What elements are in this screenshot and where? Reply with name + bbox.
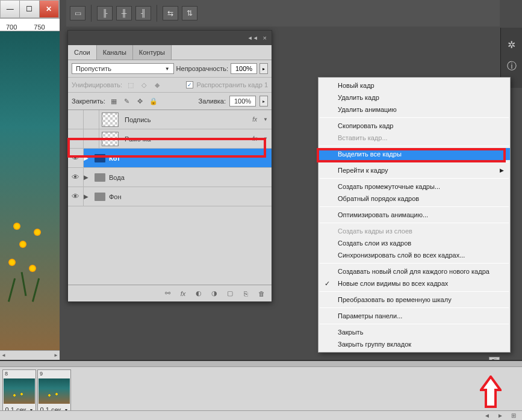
distribute-icon[interactable]: ⇅	[182, 6, 197, 20]
menu-item-convert-timeline[interactable]: Преобразовать во временную шкалу	[318, 294, 510, 306]
menu-item-tween[interactable]: Создать промежуточные кадры...	[318, 181, 510, 193]
group-icon[interactable]: ▢	[225, 289, 235, 298]
lock-all-icon[interactable]: 🔒	[149, 97, 158, 105]
menu-item-delete-frame[interactable]: Удалить кадр	[318, 91, 510, 103]
animation-panel: 8 0,1 сек.▼ 9 0,1 сек.▼ ◄ ► ⊞	[0, 360, 522, 420]
canvas-content	[5, 182, 53, 302]
layer-thumb[interactable]	[102, 132, 119, 146]
layers-footer: ⚯ fx ◐ ◑ ▢ ⎘ 🗑	[68, 285, 272, 301]
collapse-icon[interactable]: ◄◄	[245, 35, 261, 41]
document-scrollbar[interactable]: ◄►	[0, 350, 60, 360]
lock-transparency-icon[interactable]: ▦	[109, 97, 119, 105]
menu-item-new-frame[interactable]: Новый кадр	[318, 79, 510, 91]
frame-thumb[interactable]: 8 0,1 сек.▼	[2, 369, 36, 415]
adjustment-icon[interactable]: ◑	[209, 289, 220, 298]
menu-item-panel-options[interactable]: Параметры панели...	[318, 310, 510, 322]
layer-row[interactable]: 👁 ▶ Фон	[68, 187, 272, 206]
canvas[interactable]	[0, 31, 60, 350]
layer-name[interactable]: Вода	[105, 174, 272, 181]
expand-icon[interactable]: ▶	[84, 155, 92, 161]
opacity-input[interactable]: 100%	[231, 63, 257, 74]
minimize-button[interactable]: —	[1, 1, 20, 17]
unify-style-icon[interactable]: ◆	[152, 81, 162, 89]
layer-name[interactable]: Рамочка	[121, 135, 252, 143]
expand-icon[interactable]: ▶	[84, 193, 92, 200]
link-icon[interactable]: ⚯	[162, 289, 173, 298]
scroll-left-icon[interactable]: ◄	[482, 412, 492, 419]
trash-icon[interactable]: 🗑	[256, 289, 267, 298]
panel-close-icon[interactable]: ×	[261, 34, 269, 42]
tab-channels[interactable]: Каналы	[97, 45, 133, 60]
menu-item-optimize[interactable]: Оптимизировать анимацию...	[318, 209, 510, 221]
distribute-icon[interactable]: ⇆	[163, 6, 178, 20]
blend-mode-select[interactable]: Пропустить ▼	[72, 63, 174, 74]
align-right-icon[interactable]: ╢	[135, 6, 151, 20]
chevron-down-icon[interactable]: ▼	[259, 136, 272, 141]
layer-thumb[interactable]	[102, 113, 119, 127]
ruler-horizontal: 700 750	[0, 18, 60, 31]
visibility-icon[interactable]: 👁	[68, 149, 84, 167]
folder-icon	[95, 193, 105, 201]
menu-item-goto-frame[interactable]: Перейти к кадру▶	[318, 164, 510, 176]
menu-label: Новые слои видимы во всех кадрах	[338, 280, 448, 287]
tab-layers[interactable]: Слои	[68, 45, 97, 60]
mask-icon[interactable]: ◐	[193, 289, 204, 298]
close-button[interactable]: ✕	[40, 1, 59, 17]
timeline-scrollbar[interactable]	[0, 361, 522, 367]
layer-row[interactable]: Рамочка fx ▼	[68, 129, 272, 149]
opacity-flyout-icon[interactable]: ▸	[259, 63, 268, 74]
menu-item-paste-frame: Вставить кадр...	[318, 132, 510, 144]
visibility-icon[interactable]	[68, 129, 84, 148]
menu-item-reverse[interactable]: Обратный порядок кадров	[318, 193, 510, 205]
chevron-down-icon: ▼	[165, 66, 170, 72]
layer-name[interactable]: Кот	[105, 155, 272, 162]
fill-label: Заливка:	[199, 97, 226, 105]
lock-paint-icon[interactable]: ✎	[122, 97, 132, 105]
layer-name[interactable]: Фон	[105, 193, 272, 200]
menu-separator	[320, 117, 509, 118]
tab-paths[interactable]: Контуры	[133, 45, 172, 60]
propagate-checkbox[interactable]: ✓	[186, 81, 193, 88]
chevron-down-icon[interactable]: ▼	[259, 117, 272, 122]
frame-thumb[interactable]: 9 0,1 сек.▼	[37, 369, 71, 415]
unify-position-icon[interactable]: ⬚	[126, 81, 135, 89]
fx-badge[interactable]: fx	[252, 116, 259, 123]
layer-row[interactable]: 👁 ▶ Вода	[68, 168, 272, 187]
menu-item-select-all-frames[interactable]: Выделить все кадры	[318, 148, 510, 160]
expand-icon[interactable]: ▶	[84, 174, 92, 181]
layer-row[interactable]: Подпись fx ▼	[68, 110, 272, 129]
menu-item-delete-anim[interactable]: Удалить анимацию	[318, 103, 510, 116]
scroll-right-icon[interactable]: ►	[496, 412, 505, 419]
layer-row-selected[interactable]: 👁 ▶ Кот	[68, 149, 272, 168]
menu-item-close[interactable]: Закрыть	[318, 326, 510, 338]
timeline-toggle-icon[interactable]: ⊞	[509, 412, 518, 419]
info-icon[interactable]: ⓘ	[505, 59, 519, 73]
folder-icon	[95, 154, 105, 162]
lock-position-icon[interactable]: ✥	[135, 97, 145, 105]
ruler-tick: 700	[6, 23, 17, 31]
fx-badge[interactable]: fx	[252, 135, 259, 142]
maximize-button[interactable]: ☐	[20, 1, 39, 17]
fx-icon[interactable]: fx	[178, 289, 188, 298]
align-center-icon[interactable]: ╫	[116, 6, 132, 20]
compass-icon[interactable]: ✲	[505, 37, 519, 52]
visibility-icon[interactable]: 👁	[68, 187, 84, 206]
panel-header[interactable]: ◄◄ ×	[68, 31, 272, 45]
menu-item-copy-frame[interactable]: Скопировать кадр	[318, 120, 510, 132]
opacity-label: Непрозрачность:	[176, 65, 228, 72]
new-layer-icon[interactable]: ⎘	[240, 289, 251, 298]
visibility-icon[interactable]	[68, 110, 84, 129]
fill-input[interactable]: 100%	[229, 96, 256, 107]
visibility-icon[interactable]: 👁	[68, 168, 84, 187]
layer-name[interactable]: Подпись	[121, 116, 252, 123]
unify-visibility-icon[interactable]: ◇	[139, 81, 149, 89]
align-left-icon[interactable]: ╟	[97, 6, 113, 20]
menu-item-close-group[interactable]: Закрыть группу вкладок	[318, 338, 510, 350]
menu-item-match-layer[interactable]: Синхронизировать слой во всех кадрах...	[318, 249, 510, 261]
tool-icon[interactable]: ▭	[70, 6, 85, 20]
menu-item-layers-visible[interactable]: ✓Новые слои видимы во всех кадрах	[318, 277, 510, 289]
menu-item-layers-from-frames[interactable]: Создать слои из кадров	[318, 237, 510, 249]
blend-mode-value: Пропустить	[76, 65, 111, 72]
fill-flyout-icon[interactable]: ▸	[259, 96, 268, 107]
menu-item-new-layer-each[interactable]: Создавать новый слой для каждого нового …	[318, 265, 510, 277]
